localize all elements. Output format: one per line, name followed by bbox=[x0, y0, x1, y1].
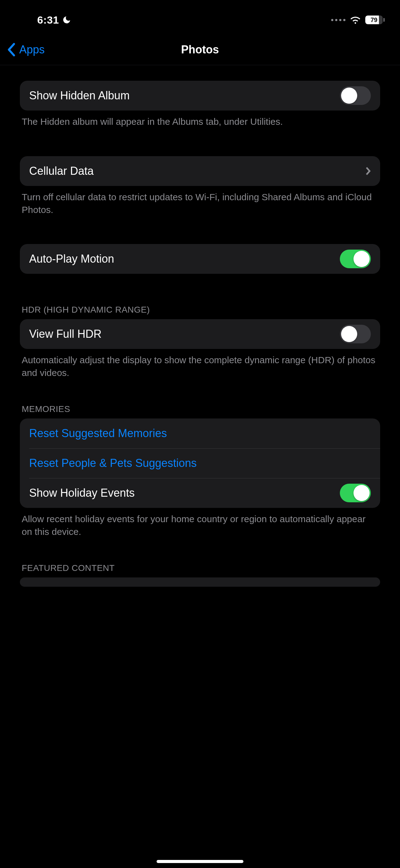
row-label: Reset Suggested Memories bbox=[29, 427, 371, 440]
row-auto-play-motion[interactable]: Auto-Play Motion bbox=[20, 244, 380, 274]
row-reset-suggested-memories[interactable]: Reset Suggested Memories bbox=[20, 418, 380, 448]
footer-memories: Allow recent holiday events for your hom… bbox=[20, 508, 380, 538]
row-cellular-data[interactable]: Cellular Data bbox=[20, 156, 380, 186]
section-header-hdr: HDR (HIGH DYNAMIC RANGE) bbox=[20, 305, 380, 319]
toggle-show-hidden-album[interactable] bbox=[340, 86, 371, 105]
settings-content: Show Hidden Album The Hidden album will … bbox=[0, 81, 400, 587]
group-memories: Reset Suggested Memories Reset People & … bbox=[20, 418, 380, 508]
status-bar: 6:31 79 bbox=[0, 0, 400, 34]
battery-percent: 79 bbox=[365, 16, 382, 24]
row-label: Reset People & Pets Suggestions bbox=[29, 457, 371, 470]
section-header-memories: MEMORIES bbox=[20, 404, 380, 418]
footer-hdr: Automatically adjust the display to show… bbox=[20, 349, 380, 379]
chevron-right-icon bbox=[365, 166, 371, 176]
toggle-view-full-hdr[interactable] bbox=[340, 325, 371, 343]
row-label: View Full HDR bbox=[29, 328, 340, 341]
row-label: Show Holiday Events bbox=[29, 487, 340, 499]
footer-hidden-album: The Hidden album will appear in the Albu… bbox=[20, 111, 380, 128]
moon-icon bbox=[62, 15, 71, 25]
row-reset-people-pets[interactable]: Reset People & Pets Suggestions bbox=[20, 448, 380, 478]
status-left: 6:31 bbox=[37, 14, 71, 26]
status-right: 79 bbox=[331, 16, 385, 24]
section-header-featured-content: FEATURED CONTENT bbox=[20, 563, 380, 578]
toggle-show-holiday-events[interactable] bbox=[340, 484, 371, 502]
battery-icon: 79 bbox=[365, 16, 385, 24]
status-time: 6:31 bbox=[37, 14, 59, 26]
row-view-full-hdr[interactable]: View Full HDR bbox=[20, 319, 380, 349]
back-label: Apps bbox=[19, 43, 45, 56]
row-show-holiday-events[interactable]: Show Holiday Events bbox=[20, 478, 380, 508]
chevron-left-icon bbox=[6, 43, 17, 57]
back-button[interactable]: Apps bbox=[6, 34, 45, 65]
group-featured-content-partial bbox=[20, 578, 380, 587]
page-title: Photos bbox=[0, 43, 400, 56]
group-cellular-data: Cellular Data bbox=[20, 156, 380, 186]
row-label: Auto-Play Motion bbox=[29, 252, 340, 266]
navigation-bar: Apps Photos bbox=[0, 34, 400, 65]
toggle-auto-play-motion[interactable] bbox=[340, 250, 371, 268]
row-label: Show Hidden Album bbox=[29, 89, 340, 102]
group-hidden-album: Show Hidden Album bbox=[20, 81, 380, 111]
cellular-dots-icon bbox=[331, 19, 345, 21]
group-auto-play-motion: Auto-Play Motion bbox=[20, 244, 380, 274]
footer-cellular-data: Turn off cellular data to restrict updat… bbox=[20, 186, 380, 216]
row-label: Cellular Data bbox=[29, 164, 365, 178]
home-indicator[interactable] bbox=[157, 860, 243, 863]
row-show-hidden-album[interactable]: Show Hidden Album bbox=[20, 81, 380, 111]
wifi-icon bbox=[350, 16, 361, 24]
group-hdr: View Full HDR bbox=[20, 319, 380, 349]
